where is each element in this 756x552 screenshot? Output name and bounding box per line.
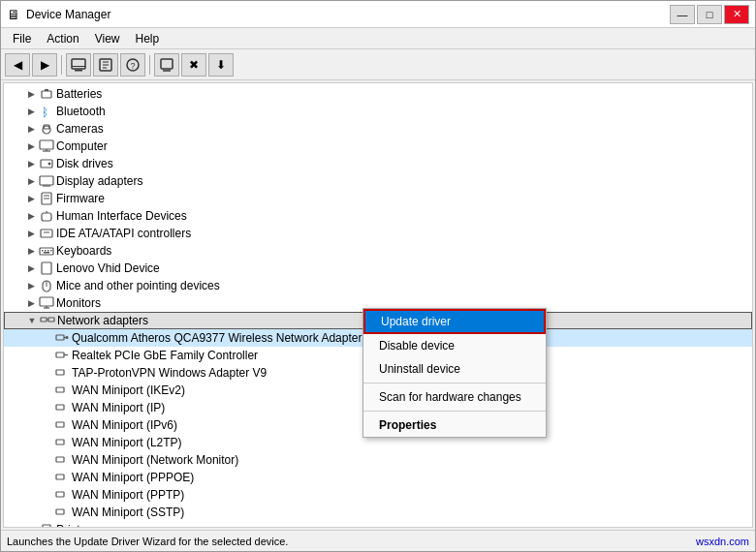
svg-rect-1 bbox=[75, 70, 82, 72]
maximize-button[interactable]: □ bbox=[697, 5, 722, 24]
tree-item-printqueues[interactable]: ▶ Print queues bbox=[4, 521, 752, 528]
svg-rect-49 bbox=[56, 353, 64, 357]
menu-file[interactable]: File bbox=[5, 30, 39, 47]
close-button[interactable]: ✕ bbox=[724, 5, 749, 24]
svg-rect-12 bbox=[45, 89, 48, 91]
icon-idecontrollers bbox=[39, 226, 54, 241]
icon-networkadapters bbox=[40, 313, 55, 328]
label-firmware: Firmware bbox=[56, 192, 105, 205]
icon-wan-pppoe bbox=[54, 470, 70, 485]
tree-item-keyboards[interactable]: ▶ Keyboards bbox=[4, 242, 752, 260]
svg-rect-32 bbox=[42, 250, 44, 252]
toolbar-sep-1 bbox=[61, 55, 62, 75]
expand-networkadapters[interactable]: ▼ bbox=[24, 313, 40, 328]
tree-item-firmware[interactable]: ▶ Firmware bbox=[4, 190, 752, 207]
context-menu-update-driver[interactable]: Update driver bbox=[363, 309, 546, 334]
label-wan-sstp: WAN Miniport (SSTP) bbox=[72, 506, 184, 519]
svg-rect-16 bbox=[40, 140, 53, 149]
status-text: Launches the Update Driver Wizard for th… bbox=[7, 536, 696, 547]
svg-rect-36 bbox=[44, 252, 49, 254]
icon-monitors bbox=[39, 295, 54, 311]
expand-lenovovhid[interactable]: ▶ bbox=[23, 261, 39, 276]
expand-displayadapters[interactable]: ▶ bbox=[23, 173, 39, 189]
context-menu-uninstall-device[interactable]: Uninstall device bbox=[363, 357, 546, 381]
icon-qualcomm bbox=[54, 330, 70, 346]
label-wan-ip: WAN Miniport (IP) bbox=[72, 401, 165, 414]
tree-item-computer[interactable]: ▶ Computer bbox=[4, 138, 752, 155]
tree-item-wan-pppoe[interactable]: WAN Miniport (PPPOE) bbox=[4, 469, 752, 486]
tree-item-wan-pptp[interactable]: WAN Miniport (PPTP) bbox=[4, 486, 752, 504]
toolbar: ◀ ▶ ? ✖ ⬇ bbox=[1, 49, 755, 80]
expand-mice[interactable]: ▶ bbox=[23, 278, 39, 293]
svg-text:?: ? bbox=[130, 61, 135, 71]
expand-computer[interactable]: ▶ bbox=[23, 138, 39, 154]
expand-batteries[interactable]: ▶ bbox=[23, 86, 39, 102]
expand-printqueues[interactable]: ▶ bbox=[23, 522, 39, 528]
svg-rect-26 bbox=[42, 213, 51, 221]
svg-rect-51 bbox=[56, 370, 64, 375]
minimize-button[interactable]: — bbox=[670, 5, 695, 24]
context-menu-properties[interactable]: Properties bbox=[363, 414, 546, 437]
svg-point-20 bbox=[48, 163, 51, 166]
menu-help[interactable]: Help bbox=[128, 30, 168, 47]
toolbar-scan[interactable] bbox=[154, 53, 179, 77]
icon-printqueues bbox=[39, 522, 54, 528]
expand-hid[interactable]: ▶ bbox=[23, 208, 39, 224]
toolbar-computer[interactable] bbox=[66, 53, 91, 77]
tree-item-mice[interactable]: ▶ Mice and other pointing devices bbox=[4, 277, 752, 294]
tree-item-idecontrollers[interactable]: ▶ IDE ATA/ATAPI controllers bbox=[4, 225, 752, 242]
toolbar-back[interactable]: ◀ bbox=[5, 53, 30, 77]
toolbar-update[interactable]: ⬇ bbox=[208, 53, 234, 77]
svg-rect-52 bbox=[56, 387, 64, 392]
context-menu: Update driver Disable device Uninstall d… bbox=[362, 308, 547, 438]
context-menu-scan-hardware[interactable]: Scan for hardware changes bbox=[363, 385, 546, 409]
tree-item-wan-sstp[interactable]: WAN Miniport (SSTP) bbox=[4, 504, 752, 521]
device-tree[interactable]: ▶ Batteries ▶ ᛒ Bluetooth ▶ Cameras bbox=[3, 82, 753, 528]
expand-keyboards[interactable]: ▶ bbox=[23, 243, 39, 259]
tree-item-diskdrives[interactable]: ▶ Disk drives bbox=[4, 155, 752, 172]
icon-tapproton bbox=[54, 365, 70, 381]
tree-item-cameras[interactable]: ▶ Cameras bbox=[4, 120, 752, 138]
menu-action[interactable]: Action bbox=[39, 30, 86, 47]
tree-item-lenovovhid[interactable]: ▶ Lenovo Vhid Device bbox=[4, 260, 752, 277]
menu-view[interactable]: View bbox=[87, 30, 128, 47]
title-bar: 🖥 Device Manager — □ ✕ bbox=[1, 1, 755, 28]
label-networkadapters: Network adapters bbox=[57, 314, 148, 327]
icon-wan-pptp bbox=[54, 487, 70, 503]
label-qualcomm: Qualcomm Atheros QCA9377 Wireless Networ… bbox=[72, 331, 362, 345]
expand-firmware[interactable]: ▶ bbox=[23, 191, 39, 206]
expand-diskdrives[interactable]: ▶ bbox=[23, 156, 39, 171]
label-idecontrollers: IDE ATA/ATAPI controllers bbox=[56, 227, 191, 240]
tree-item-displayadapters[interactable]: ▶ Display adapters bbox=[4, 172, 752, 190]
svg-rect-33 bbox=[45, 250, 47, 252]
svg-rect-28 bbox=[41, 230, 52, 237]
toolbar-forward[interactable]: ▶ bbox=[32, 53, 57, 77]
label-wan-pppoe: WAN Miniport (PPPOE) bbox=[72, 471, 194, 484]
label-keyboards: Keyboards bbox=[56, 244, 111, 258]
svg-rect-55 bbox=[56, 440, 64, 445]
expand-monitors[interactable]: ▶ bbox=[23, 295, 39, 311]
tree-item-bluetooth[interactable]: ▶ ᛒ Bluetooth bbox=[4, 103, 752, 120]
svg-rect-56 bbox=[56, 457, 64, 462]
toolbar-uninstall[interactable]: ✖ bbox=[181, 53, 206, 77]
svg-point-48 bbox=[66, 336, 69, 339]
context-menu-disable-device[interactable]: Disable device bbox=[363, 334, 546, 357]
toolbar-properties[interactable] bbox=[93, 53, 118, 77]
tree-item-batteries[interactable]: ▶ Batteries bbox=[4, 85, 752, 103]
icon-bluetooth: ᛒ bbox=[39, 104, 54, 119]
expand-cameras[interactable]: ▶ bbox=[23, 121, 39, 137]
svg-rect-34 bbox=[47, 250, 49, 252]
svg-rect-61 bbox=[43, 525, 50, 528]
tree-item-hid[interactable]: ▶ Human Interface Devices bbox=[4, 207, 752, 225]
label-tapproton: TAP-ProtonVPN Windows Adapter V9 bbox=[72, 366, 267, 380]
expand-idecontrollers[interactable]: ▶ bbox=[23, 226, 39, 241]
svg-rect-11 bbox=[42, 91, 51, 98]
tree-item-wan-netmon[interactable]: WAN Miniport (Network Monitor) bbox=[4, 451, 752, 469]
app-icon: 🖥 bbox=[7, 7, 20, 22]
label-wan-l2tp: WAN Miniport (L2TP) bbox=[72, 436, 182, 449]
svg-rect-40 bbox=[40, 297, 53, 306]
icon-lenovovhid bbox=[39, 261, 54, 276]
toolbar-help[interactable]: ? bbox=[120, 53, 145, 77]
label-diskdrives: Disk drives bbox=[56, 157, 113, 170]
expand-bluetooth[interactable]: ▶ bbox=[23, 104, 39, 119]
